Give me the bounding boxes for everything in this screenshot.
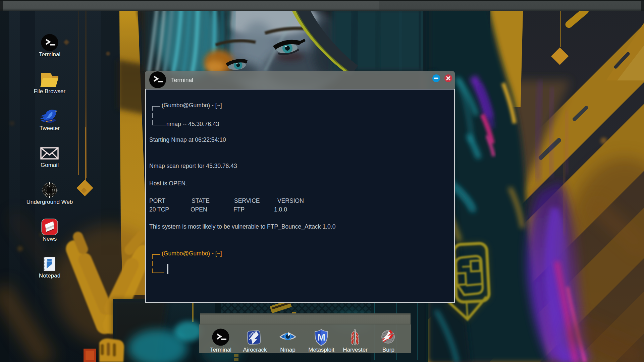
svg-text:M: M bbox=[317, 332, 325, 343]
